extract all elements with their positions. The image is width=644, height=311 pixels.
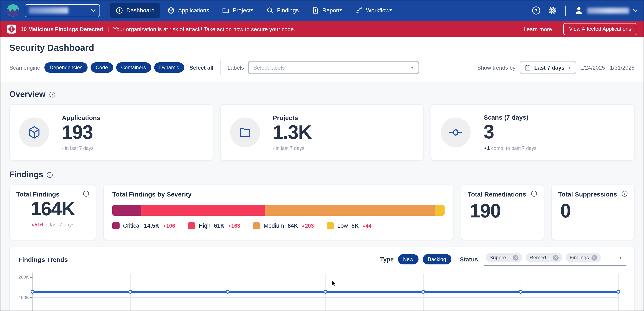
svg-text:i: i — [534, 192, 535, 196]
metric-sub: - in last 7 days — [273, 146, 312, 151]
trends-title: Findings Trends — [18, 256, 68, 263]
nav-item-dashboard[interactable]: Dashboard — [110, 3, 160, 18]
card-title: Total Remediations — [468, 190, 526, 198]
nav-right: ? — [532, 5, 638, 16]
remove-chip-icon[interactable]: ✕ — [513, 255, 518, 260]
mend-logo[interactable] — [6, 4, 20, 17]
y-tick — [30, 277, 32, 278]
status-multiselect[interactable]: Suppre...✕ Remed...✕ Findings✕ ▼ — [484, 253, 626, 266]
applications-cube-icon — [19, 118, 49, 148]
legend-delta: ▲44 — [362, 223, 372, 229]
legend-value: 14.5K — [144, 222, 160, 229]
engine-pill-dynamic[interactable]: Dynamic — [154, 62, 184, 72]
total-findings-card: Total Findings i 164K ▲516 in last 7 day… — [10, 184, 96, 240]
severity-segment-low — [434, 205, 444, 216]
type-label: Type — [380, 256, 394, 263]
remove-chip-icon[interactable]: ✕ — [553, 255, 558, 260]
svg-text:i: i — [52, 92, 53, 96]
nav-item-label: Workflows — [366, 7, 392, 14]
status-chip-remediated[interactable]: Remed...✕ — [526, 253, 562, 262]
legend-item-medium: Medium 84K ▲203 — [253, 222, 314, 230]
nav-item-label: Reports — [322, 7, 342, 14]
metric-sub: - in last 7 days — [62, 146, 100, 151]
high-swatch — [188, 222, 195, 230]
card-title: Total Findings by Severity — [112, 190, 192, 198]
labels-select[interactable]: Select labels ▼ — [248, 61, 419, 74]
metric-sub-text: comp. to past 7 days — [491, 146, 536, 151]
chart-plot-area: 200K 150K 100K — [32, 272, 618, 311]
projects-card: Projects 1.3K - in last 7 days — [220, 104, 424, 161]
info-icon[interactable]: i — [46, 172, 53, 178]
severity-segment-critical — [112, 205, 142, 216]
nav-divider — [565, 5, 566, 16]
legend-delta: ▲106 — [163, 223, 175, 229]
nav-item-applications[interactable]: Applications — [162, 3, 215, 18]
projects-icon — [222, 7, 229, 14]
type-pill-new[interactable]: New — [398, 254, 418, 264]
findings-section-header: Findings i — [10, 170, 634, 180]
dropdown-caret-icon: ▼ — [568, 66, 572, 70]
user-menu[interactable] — [574, 6, 638, 15]
data-point — [324, 290, 327, 294]
findings-icon — [266, 7, 274, 14]
learn-more-link[interactable]: Learn more — [524, 26, 552, 32]
filter-divider — [220, 60, 221, 75]
trends-filters: Type New Backlog Status Suppre...✕ Remed… — [380, 253, 626, 266]
applications-card: Applications 193 - in last 7 days — [10, 104, 213, 161]
scan-commit-icon — [441, 118, 471, 148]
filter-bar: Scan engine Dependencies Code Containers… — [10, 60, 634, 75]
data-point — [226, 290, 230, 294]
workflows-icon — [355, 7, 362, 14]
remove-chip-icon[interactable]: ✕ — [592, 255, 597, 260]
alert-title: 10 Malicious Findings Detected — [20, 26, 103, 32]
legend-delta: ▲203 — [302, 223, 314, 229]
info-icon[interactable]: i — [49, 91, 55, 98]
engine-pill-containers[interactable]: Containers — [116, 62, 151, 72]
metric-value: 3 — [484, 122, 536, 142]
nav-item-label: Findings — [277, 7, 299, 14]
findings-cards: Total Findings i 164K ▲516 in last 7 day… — [10, 184, 634, 240]
view-affected-applications-button[interactable]: View Affected Applications — [563, 23, 637, 35]
trend-period-select[interactable]: Last 7 days ▼ — [520, 61, 576, 74]
metric-label: Applications — [62, 114, 100, 121]
up-arrow-icon: ▲ — [484, 146, 487, 150]
total-findings-delta: 516 — [34, 222, 43, 228]
nav-item-reports[interactable]: Reports — [306, 3, 348, 18]
dashboard-main: Overview i Applications 193 - in last 7 … — [0, 82, 644, 311]
status-chip-findings[interactable]: Findings✕ — [566, 253, 601, 262]
info-icon[interactable]: i — [83, 190, 89, 197]
top-nav: Dashboard Applications Projects Findings — [0, 0, 644, 21]
metric-delta: 1 — [487, 145, 490, 151]
scans-card: Scans (7 days) 3 ▲1 comp. to past 7 days — [431, 104, 634, 161]
info-icon[interactable]: i — [531, 190, 537, 197]
labels-label: Labels — [228, 64, 244, 71]
reports-icon — [312, 7, 319, 14]
alert-separator: | — [108, 26, 109, 32]
malicious-warning-icon — [7, 24, 16, 34]
org-select[interactable] — [25, 4, 100, 17]
data-point — [30, 290, 34, 294]
settings-button[interactable] — [548, 6, 557, 15]
help-button[interactable]: ? — [532, 6, 540, 15]
metric-label: Projects — [273, 114, 312, 121]
trend-period-value: Last 7 days — [534, 64, 564, 71]
date-range-text: 1/24/2025 - 1/31/2025 — [580, 64, 634, 71]
select-all-link[interactable]: Select all — [190, 64, 214, 71]
nav-item-findings[interactable]: Findings — [261, 3, 304, 18]
dropdown-caret-icon: ▼ — [410, 66, 414, 70]
nav-item-projects[interactable]: Projects — [216, 3, 259, 18]
engine-pill-dependencies[interactable]: Dependencies — [45, 62, 88, 72]
legend-value: 61K — [214, 222, 225, 229]
info-icon[interactable]: i — [621, 190, 628, 197]
up-arrow-icon: ▲ — [31, 222, 34, 226]
total-remediations-value: 190 — [468, 201, 537, 220]
engine-pill-code[interactable]: Code — [90, 62, 113, 72]
type-pill-backlog[interactable]: Backlog — [423, 254, 451, 264]
user-icon — [574, 6, 583, 15]
total-suppressions-value: 0 — [558, 201, 628, 220]
data-point — [616, 290, 620, 294]
nav-item-workflows[interactable]: Workflows — [350, 3, 398, 18]
status-chip-suppressed[interactable]: Suppre...✕ — [486, 253, 522, 262]
overview-heading: Overview — [10, 90, 46, 99]
data-point — [128, 290, 132, 294]
